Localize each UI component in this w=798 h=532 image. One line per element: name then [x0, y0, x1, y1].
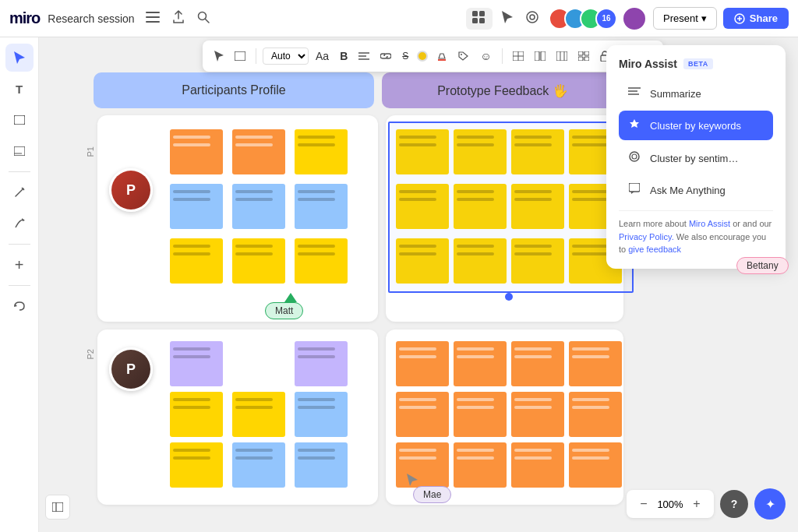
sticky-pr1-r3-2[interactable]	[454, 238, 507, 284]
svg-marker-41	[22, 218, 25, 221]
sticky-p2r-r3-4[interactable]	[569, 442, 622, 488]
sticky-pr1-r1-2[interactable]	[454, 129, 507, 174]
resize-handle[interactable]	[505, 293, 513, 301]
sticky-p2l-r2-3[interactable]	[295, 392, 348, 437]
svg-rect-25	[535, 51, 539, 61]
assist-cluster-keywords-item[interactable]: Cluster by keywords	[619, 111, 773, 140]
color-dot[interactable]	[417, 51, 428, 62]
svg-rect-31	[584, 51, 589, 55]
strikethrough-btn[interactable]: S	[398, 48, 412, 64]
sticky-p2r-r2-4[interactable]	[569, 392, 622, 437]
zoom-out-button[interactable]: −	[634, 495, 653, 513]
assist-ask-anything-item[interactable]: Ask Me Anything	[619, 176, 773, 204]
sticky-pr1-r1-1[interactable]	[396, 129, 449, 174]
p2-label: P2	[86, 349, 95, 359]
sticky-p1-r3-1[interactable]	[170, 238, 223, 284]
emoji-btn[interactable]: ☺	[476, 48, 495, 65]
grid-view-icon[interactable]	[466, 8, 493, 30]
frame-btn[interactable]	[231, 49, 249, 63]
sticky-p1-r2-3[interactable]	[295, 184, 348, 229]
sticky-p2r-r1-1[interactable]	[396, 341, 449, 386]
assist-cluster-sentiment-item[interactable]: Cluster by sentim…	[619, 143, 773, 173]
menu-icon[interactable]	[143, 7, 163, 30]
sticky-p2r-r3-2[interactable]	[454, 442, 507, 488]
sticky-pr1-r2-3[interactable]	[511, 184, 564, 229]
sticky-p2r-r2-1[interactable]	[396, 392, 449, 437]
privacy-policy-link[interactable]: Privacy Policy.	[619, 232, 674, 241]
svg-rect-5	[472, 11, 478, 16]
highlight-btn[interactable]	[433, 48, 451, 64]
sticky-p2l-r2-2[interactable]	[232, 392, 285, 437]
magic-button[interactable]: ✦	[754, 488, 786, 520]
link-btn[interactable]	[376, 50, 395, 62]
font-size-btn[interactable]: Aa	[312, 48, 333, 65]
sticky-p2r-r3-1[interactable]	[396, 442, 449, 488]
table1-btn[interactable]	[509, 49, 528, 63]
sticky-p2r-r2-3[interactable]	[511, 392, 564, 437]
share-button[interactable]: Share	[723, 8, 789, 29]
svg-rect-8	[479, 18, 485, 23]
sticky-p2l-r1-2[interactable]	[295, 341, 348, 386]
sidebar-add-tool[interactable]: +	[5, 251, 34, 279]
sticky-p1-r1-1[interactable]	[170, 129, 223, 174]
sidebar-divider1	[9, 171, 30, 172]
assist-summarize-item[interactable]: Summarize	[619, 79, 773, 107]
sticky-p2l-r2-1[interactable]	[170, 392, 223, 437]
sticky-p1-r2-2[interactable]	[232, 184, 285, 229]
svg-point-11	[527, 12, 538, 23]
sticky-p2r-r1-3[interactable]	[511, 341, 564, 386]
footer-text-2: or and our	[730, 219, 772, 228]
cursor-icon[interactable]	[499, 8, 516, 30]
sidebar-pen-tool[interactable]	[5, 178, 34, 206]
help-button[interactable]: ?	[720, 490, 748, 518]
svg-rect-2	[146, 21, 160, 23]
bold-btn[interactable]: B	[336, 48, 351, 65]
sticky-pr1-r2-1[interactable]	[396, 184, 449, 229]
svg-marker-9	[502, 11, 513, 23]
sticky-p2l-r1-1[interactable]	[170, 341, 223, 386]
bettany-label: Bettany	[736, 257, 789, 274]
miro-assist-link[interactable]: Miro Assist	[689, 219, 730, 228]
sticky-p1-r2-1[interactable]	[170, 184, 223, 229]
cluster-sentiment-label: Cluster by sentim…	[650, 153, 738, 164]
mae-label: Mae	[413, 486, 451, 503]
sticky-pr1-r3-1[interactable]	[396, 238, 449, 284]
sticky-p1-r1-3[interactable]	[295, 129, 348, 174]
sidebar-select-tool[interactable]	[5, 44, 34, 72]
sticky-p1-r3-2[interactable]	[232, 238, 285, 284]
sticky-p1-r3-3[interactable]	[295, 238, 348, 284]
sidebar-shape-tool[interactable]	[5, 106, 34, 134]
sticky-p2l-r3-2[interactable]	[232, 442, 285, 488]
table2-btn[interactable]	[553, 49, 571, 63]
sidebar-connector-tool[interactable]	[5, 210, 34, 238]
sticky-p2r-r3-3[interactable]	[511, 442, 564, 488]
select-tool-btn[interactable]	[210, 48, 228, 64]
sticky-p2r-r1-4[interactable]	[569, 341, 622, 386]
sticky-p1-r1-2[interactable]	[232, 129, 285, 174]
sidebar-undo-tool[interactable]	[5, 292, 34, 320]
search-icon[interactable]	[194, 7, 213, 30]
sticky-pr1-r1-3[interactable]	[511, 129, 564, 174]
auto-dropdown[interactable]: Auto	[263, 48, 309, 65]
sticky-p2r-r2-2[interactable]	[454, 392, 507, 437]
navbar: miro Research session 1	[0, 0, 798, 37]
split-btn[interactable]	[531, 49, 549, 63]
align-btn[interactable]	[355, 50, 373, 62]
sticky-p2l-r3-3[interactable]	[295, 442, 348, 488]
sticky-pr1-r3-3[interactable]	[511, 238, 564, 284]
sticky-p2l-r3-1[interactable]	[170, 442, 223, 488]
give-feedback-link[interactable]: give feedback	[628, 245, 681, 254]
widget-btn[interactable]	[574, 49, 593, 63]
collab-icon[interactable]	[522, 7, 542, 30]
sticky-pr1-r2-2[interactable]	[454, 184, 507, 229]
export-icon[interactable]	[169, 7, 188, 30]
sidebar-sticky-tool[interactable]	[5, 137, 34, 165]
panel-toggle-button[interactable]	[45, 495, 70, 520]
svg-line-39	[16, 188, 23, 196]
sidebar-text-tool[interactable]: T	[5, 75, 34, 103]
svg-rect-37	[14, 146, 25, 156]
present-button[interactable]: Present ▾	[653, 7, 717, 30]
zoom-in-button[interactable]: +	[687, 495, 706, 513]
tag-btn[interactable]	[454, 49, 473, 63]
sticky-p2r-r1-2[interactable]	[454, 341, 507, 386]
